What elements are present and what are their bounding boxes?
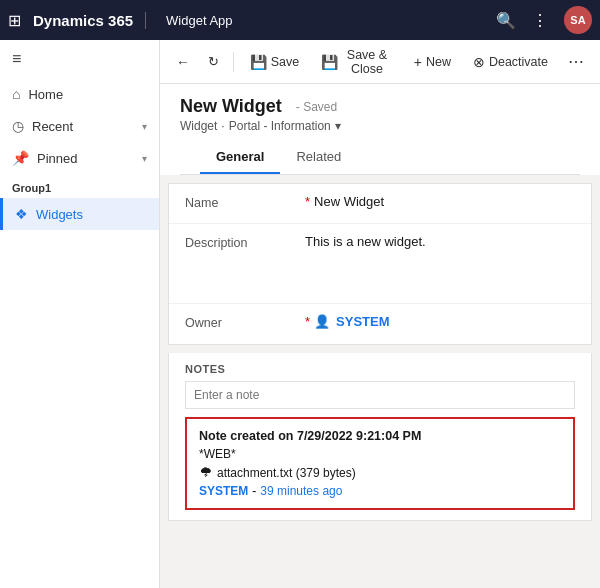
pinned-icon: 📌 <box>12 150 29 166</box>
sidebar-item-pinned[interactable]: 📌 Pinned ▾ <box>0 142 159 174</box>
deactivate-label: Deactivate <box>489 55 548 69</box>
back-button[interactable]: ← <box>168 49 198 75</box>
notes-section-label: NOTES <box>185 363 575 375</box>
field-owner-label: Owner <box>185 314 305 330</box>
field-owner-required: * <box>305 314 310 329</box>
refresh-button[interactable]: ↻ <box>200 49 227 74</box>
save-label: Save <box>271 55 300 69</box>
recent-icon: ◷ <box>12 118 24 134</box>
sidebar-item-home[interactable]: ⌂ Home <box>0 78 159 110</box>
hamburger-menu-icon[interactable]: ≡ <box>0 40 159 78</box>
more-commands-button[interactable]: ⋯ <box>560 47 592 76</box>
deactivate-button[interactable]: ⊗ Deactivate <box>463 49 558 75</box>
save-button[interactable]: 💾 Save <box>240 49 310 75</box>
main-content-area: ← ↻ 💾 Save 💾 Save & Close + New ⊗ Deacti… <box>160 40 600 588</box>
note-card-title: Note created on 7/29/2022 9:21:04 PM <box>199 429 561 443</box>
save-close-label: Save & Close <box>342 48 392 76</box>
tab-related[interactable]: Related <box>280 141 357 174</box>
sidebar: ≡ ⌂ Home ◷ Recent ▾ 📌 Pinned ▾ Group1 ❖ … <box>0 40 160 588</box>
home-icon: ⌂ <box>12 86 20 102</box>
command-bar: ← ↻ 💾 Save 💾 Save & Close + New ⊗ Deacti… <box>160 40 600 84</box>
top-navigation-bar: ⊞ Dynamics 365 Widget App 🔍 ⋮ SA <box>0 0 600 40</box>
form-section: Name * New Widget Description This is a … <box>168 183 592 345</box>
widgets-icon: ❖ <box>15 206 28 222</box>
field-owner-row: Owner * 👤 SYSTEM <box>169 304 591 344</box>
record-header: New Widget - Saved Widget · Portal - Inf… <box>160 84 600 175</box>
note-time-link[interactable]: 39 minutes ago <box>260 484 342 498</box>
record-area: New Widget - Saved Widget · Portal - Inf… <box>160 84 600 588</box>
field-description-value[interactable]: This is a new widget. <box>305 234 575 249</box>
owner-icon: 👤 <box>314 314 330 329</box>
sidebar-pinned-label: Pinned <box>37 151 77 166</box>
new-icon: + <box>414 54 422 70</box>
note-card-tag: *WEB* <box>199 447 561 461</box>
record-saved-status: - Saved <box>296 100 337 114</box>
new-button[interactable]: + New <box>404 49 461 75</box>
field-name-label: Name <box>185 194 305 210</box>
tabs-container: General Related <box>180 141 580 175</box>
field-owner-value[interactable]: 👤 SYSTEM <box>314 314 389 329</box>
notes-input[interactable] <box>185 381 575 409</box>
sidebar-home-label: Home <box>28 87 63 102</box>
record-title: New Widget <box>180 96 282 117</box>
app-name-label: Widget App <box>166 13 488 28</box>
note-card-footer: SYSTEM - 39 minutes ago <box>199 484 561 498</box>
breadcrumb: Widget · Portal - Information ▾ <box>180 119 580 133</box>
save-close-button[interactable]: 💾 Save & Close <box>311 43 402 81</box>
deactivate-icon: ⊗ <box>473 54 485 70</box>
field-name-row: Name * New Widget <box>169 184 591 224</box>
grid-icon[interactable]: ⊞ <box>8 11 21 30</box>
note-card-attachment: 🌩 attachment.txt (379 bytes) <box>199 465 561 480</box>
pinned-chevron-icon: ▾ <box>142 153 147 164</box>
tab-general[interactable]: General <box>200 141 280 174</box>
owner-name: SYSTEM <box>336 314 389 329</box>
breadcrumb-chevron-icon[interactable]: ▾ <box>335 119 341 133</box>
search-icon[interactable]: 🔍 <box>496 11 516 30</box>
note-system-link[interactable]: SYSTEM <box>199 484 248 498</box>
sidebar-group-label: Group1 <box>0 174 159 198</box>
save-close-icon: 💾 <box>321 54 338 70</box>
user-avatar[interactable]: SA <box>564 6 592 34</box>
field-name-required: * <box>305 194 310 209</box>
notes-section: NOTES Note created on 7/29/2022 9:21:04 … <box>168 353 592 521</box>
new-label: New <box>426 55 451 69</box>
attachment-icon: 🌩 <box>199 465 212 480</box>
app-brand-title: Dynamics 365 <box>33 12 146 29</box>
sidebar-recent-label: Recent <box>32 119 73 134</box>
field-name-value[interactable]: New Widget <box>314 194 575 209</box>
field-description-row: Description This is a new widget. <box>169 224 591 304</box>
sidebar-widgets-label: Widgets <box>36 207 83 222</box>
breadcrumb-part2[interactable]: Portal - Information <box>229 119 331 133</box>
attachment-text: attachment.txt (379 bytes) <box>217 466 356 480</box>
breadcrumb-separator: · <box>221 119 224 133</box>
sidebar-item-widgets[interactable]: ❖ Widgets <box>0 198 159 230</box>
field-description-label: Description <box>185 234 305 250</box>
recent-chevron-icon: ▾ <box>142 121 147 132</box>
topbar-more-icon[interactable]: ⋮ <box>532 11 548 30</box>
sidebar-item-recent[interactable]: ◷ Recent ▾ <box>0 110 159 142</box>
note-footer-separator: - <box>252 484 256 498</box>
command-separator <box>233 52 234 72</box>
breadcrumb-part1: Widget <box>180 119 217 133</box>
save-icon: 💾 <box>250 54 267 70</box>
note-card: Note created on 7/29/2022 9:21:04 PM *WE… <box>185 417 575 510</box>
